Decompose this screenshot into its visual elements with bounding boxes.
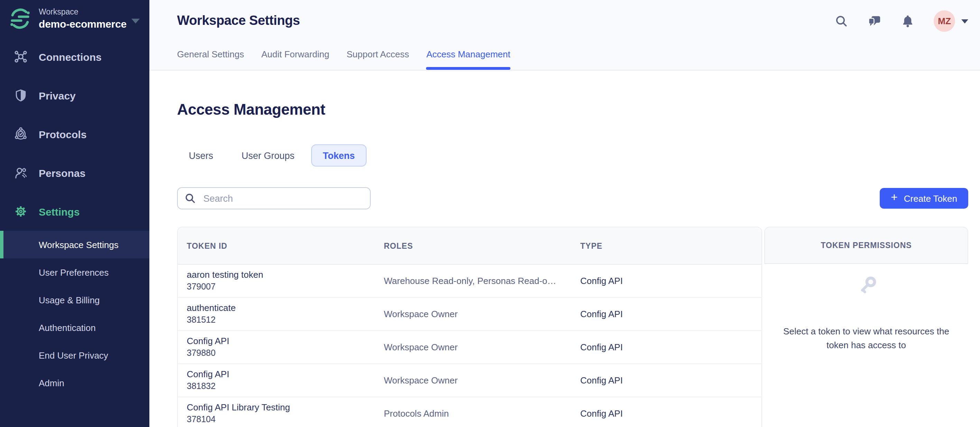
- tab-general-settings[interactable]: General Settings: [177, 49, 244, 70]
- table-header: TOKEN ID ROLES TYPE: [178, 227, 762, 265]
- tab-audit-forwarding[interactable]: Audit Forwarding: [261, 49, 329, 70]
- topbar-icons: MZ: [835, 10, 968, 32]
- workspace-caret-icon[interactable]: [131, 19, 140, 24]
- column-header-type: TYPE: [571, 241, 762, 250]
- bell-icon[interactable]: [901, 14, 914, 28]
- toolbar: + Create Token: [177, 187, 968, 210]
- subitem-label: Admin: [39, 378, 64, 388]
- token-id: 379880: [187, 348, 375, 360]
- chat-icon[interactable]: [868, 14, 881, 28]
- token-type: Config API: [571, 408, 762, 419]
- token-roles: Workspace Owner: [375, 309, 571, 319]
- sidebar-subitem-end-user-privacy[interactable]: End User Privacy: [0, 341, 150, 369]
- tokens-table: TOKEN ID ROLES TYPE aaron testing token …: [177, 227, 762, 427]
- protocols-icon: [14, 127, 28, 141]
- privacy-shield-icon: [14, 89, 28, 102]
- token-id: 378104: [187, 414, 375, 426]
- topbar: Workspace Settings MZ G: [150, 0, 980, 70]
- tab-support-access[interactable]: Support Access: [347, 49, 409, 70]
- access-tabs: Users User Groups Tokens: [177, 144, 968, 167]
- sidebar-item-protocols[interactable]: Protocols: [0, 115, 150, 153]
- create-token-button[interactable]: + Create Token: [880, 188, 968, 209]
- sidebar: Workspace demo-ecommerce Connections: [0, 0, 150, 427]
- create-token-label: Create Token: [904, 193, 957, 203]
- token-name: Config API: [187, 335, 375, 347]
- token-id: 381512: [187, 314, 375, 327]
- app-root: Workspace demo-ecommerce Connections: [0, 0, 980, 427]
- subitem-label: End User Privacy: [39, 350, 108, 360]
- subitem-label: Workspace Settings: [39, 240, 119, 250]
- main-area: Workspace Settings MZ G: [150, 0, 980, 427]
- tab-access-management[interactable]: Access Management: [426, 49, 511, 70]
- token-name: Config API Library Testing: [187, 401, 375, 414]
- token-type: Config API: [571, 276, 762, 286]
- sidebar-item-label: Privacy: [39, 89, 76, 101]
- column-header-roles: ROLES: [375, 241, 571, 250]
- sidebar-item-settings[interactable]: Settings: [0, 192, 150, 231]
- section-heading: Access Management: [177, 70, 968, 119]
- subitem-label: Authentication: [39, 322, 96, 333]
- avatar[interactable]: MZ: [934, 10, 955, 32]
- token-name: aaron testing token: [187, 268, 375, 281]
- sidebar-subitem-admin[interactable]: Admin: [0, 369, 150, 397]
- token-type: Config API: [571, 309, 762, 319]
- sidebar-subitem-user-preferences[interactable]: User Preferences: [0, 259, 150, 286]
- search-icon[interactable]: [835, 14, 848, 28]
- sidebar-item-label: Personas: [39, 167, 86, 179]
- content: Access Management Users User Groups Toke…: [150, 70, 980, 427]
- table-row[interactable]: Config API 381832 Workspace Owner Config…: [178, 364, 762, 397]
- sidebar-subitem-authentication[interactable]: Authentication: [0, 314, 150, 341]
- settings-tabs: General Settings Audit Forwarding Suppor…: [177, 49, 528, 70]
- segment-logo-icon: [10, 8, 30, 29]
- token-roles: Protocols Admin: [375, 408, 571, 419]
- token-permissions-panel: TOKEN PERMISSIONS Select a token to view…: [764, 227, 968, 353]
- sidebar-subitem-usage-billing[interactable]: Usage & Billing: [0, 286, 150, 314]
- search-icon: [185, 193, 196, 204]
- avatar-initials: MZ: [938, 16, 951, 26]
- search-input[interactable]: [202, 192, 363, 204]
- workspace-name: demo-ecommerce: [39, 18, 127, 30]
- personas-icon: [14, 166, 28, 179]
- sidebar-subnav: Workspace Settings User Preferences Usag…: [0, 231, 150, 397]
- token-id: 381832: [187, 381, 375, 393]
- sidebar-item-connections[interactable]: Connections: [0, 37, 150, 76]
- token-roles: Workspace Owner: [375, 375, 571, 386]
- sidebar-item-label: Connections: [39, 51, 102, 62]
- page-title: Workspace Settings: [177, 13, 300, 29]
- sidebar-item-personas[interactable]: Personas: [0, 153, 150, 192]
- token-id: 379007: [187, 281, 375, 293]
- sidebar-nav: Connections Privacy Protocols: [0, 37, 150, 231]
- token-type: Config API: [571, 375, 762, 386]
- search-box[interactable]: [177, 187, 371, 210]
- token-permissions-empty-state: Select a token to view what resources th…: [764, 264, 968, 353]
- panes: TOKEN ID ROLES TYPE aaron testing token …: [177, 227, 968, 427]
- token-type: Config API: [571, 342, 762, 352]
- workspace-info: Workspace demo-ecommerce: [39, 8, 127, 30]
- token-name: Config API: [187, 368, 375, 380]
- key-icon: [854, 274, 879, 298]
- subitem-label: Usage & Billing: [39, 295, 100, 305]
- token-roles: Warehouse Read-only, Personas Read-only,…: [375, 276, 571, 286]
- table-row[interactable]: authenticate 381512 Workspace Owner Conf…: [178, 298, 762, 331]
- subitem-label: User Preferences: [39, 267, 108, 278]
- table-row[interactable]: aaron testing token 379007 Warehouse Rea…: [178, 265, 762, 298]
- empty-state-message: Select a token to view what resources th…: [772, 325, 960, 353]
- sidebar-item-label: Protocols: [39, 128, 86, 140]
- token-roles: Workspace Owner: [375, 342, 571, 352]
- workspace-switcher[interactable]: Workspace demo-ecommerce: [9, 7, 144, 39]
- tab-tokens[interactable]: Tokens: [311, 144, 367, 167]
- sidebar-subitem-workspace-settings[interactable]: Workspace Settings: [0, 231, 150, 259]
- table-row[interactable]: Config API 379880 Workspace Owner Config…: [178, 331, 762, 364]
- token-permissions-header: TOKEN PERMISSIONS: [764, 227, 968, 264]
- workspace-label: Workspace: [39, 8, 127, 16]
- account-caret-icon[interactable]: [961, 19, 968, 23]
- column-header-token-id: TOKEN ID: [178, 241, 375, 250]
- settings-gear-icon: [14, 205, 28, 218]
- sidebar-item-privacy[interactable]: Privacy: [0, 76, 150, 115]
- tab-users[interactable]: Users: [177, 144, 225, 167]
- sidebar-item-label: Settings: [39, 206, 80, 217]
- connections-icon: [14, 50, 28, 63]
- plus-icon: +: [891, 191, 898, 205]
- tab-user-groups[interactable]: User Groups: [230, 144, 306, 167]
- table-row[interactable]: Config API Library Testing 378104 Protoc…: [178, 397, 762, 427]
